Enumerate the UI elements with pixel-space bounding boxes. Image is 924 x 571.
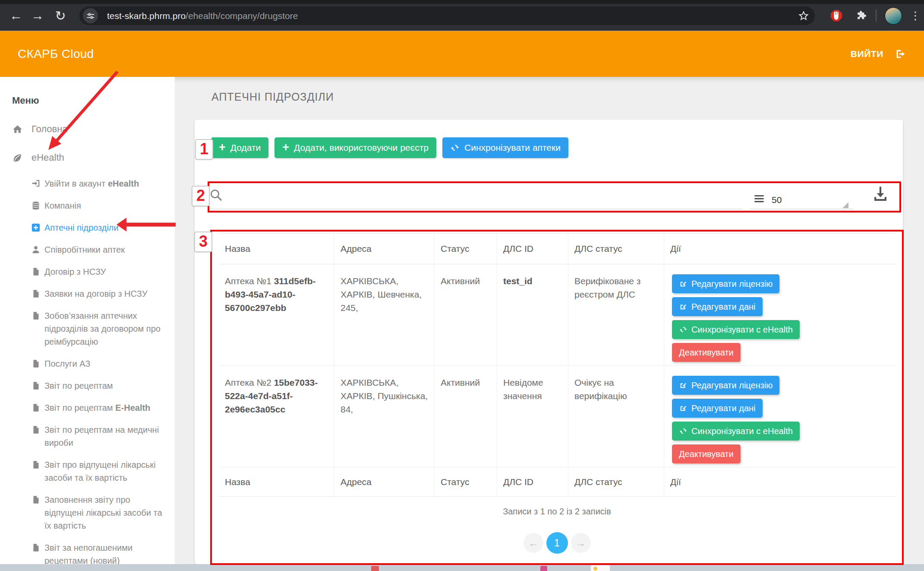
site-settings-icon[interactable] bbox=[83, 8, 98, 23]
main-content: АПТЕЧНІ ПІДРОЗДІЛИ + Додати + Додати, ви… bbox=[175, 77, 924, 564]
url-text: test-skarb.phrm.pro/ehealth/company/drug… bbox=[107, 6, 298, 25]
column-header-name: Назва bbox=[219, 234, 334, 264]
document-icon bbox=[31, 495, 41, 504]
document-icon bbox=[31, 381, 41, 390]
footer-column-address: Адреса bbox=[334, 467, 434, 496]
document-icon bbox=[31, 289, 41, 298]
browser-reload-icon[interactable]: ↻ bbox=[51, 6, 70, 25]
taskbar-sliver bbox=[0, 564, 924, 571]
sidebar-item-pharmacy-divisions[interactable]: Аптечні підрозділи bbox=[31, 221, 169, 234]
sync-ehealth-button[interactable]: Синхронізувати с eHealth bbox=[672, 320, 800, 339]
footer-column-actions: Дії bbox=[664, 467, 895, 496]
browser-forward-icon[interactable]: → bbox=[28, 6, 47, 25]
sidebar-item-prescription-report[interactable]: Звіт по рецептам bbox=[31, 379, 169, 392]
edit-icon bbox=[679, 404, 687, 412]
records-summary: Записи з 1 по 2 із 2 записів bbox=[219, 507, 895, 517]
table-row: Аптека №2 15be7033-522a-4e7d-a51f-2e96ec… bbox=[219, 366, 895, 467]
url-path: /ehealth/company/drugstore bbox=[186, 11, 298, 21]
sidebar-item-dispensed-drugs-report[interactable]: Звіт про відпущені лікарські засоби та ї… bbox=[31, 458, 169, 484]
select-corner-icon bbox=[842, 202, 848, 208]
sidebar-item-ehealth-login[interactable]: Увійти в акаунт eHealth bbox=[31, 177, 169, 190]
taskbar-icon bbox=[371, 566, 379, 571]
document-icon bbox=[31, 543, 41, 552]
plus-square-icon bbox=[31, 223, 41, 232]
sidebar-item-az-services[interactable]: Послуги АЗ bbox=[31, 357, 169, 370]
extensions-icon[interactable] bbox=[854, 6, 869, 25]
table-header-row: Назва Адреса Статус ДЛС ID ДЛС статус Ді… bbox=[219, 233, 895, 264]
sidebar-item-medical-devices-report[interactable]: Звіт по рецептам на медичні вироби bbox=[31, 423, 169, 449]
cell-address: ХАРКІВСЬКА, ХАРКІВ, Шевченка, 245, bbox=[334, 264, 434, 365]
sidebar-item-label: Головна bbox=[32, 124, 68, 135]
page-title: АПТЕЧНІ ПІДРОЗДІЛИ bbox=[211, 91, 334, 103]
sync-pharmacies-button[interactable]: Синхронізувати аптеки bbox=[442, 137, 568, 158]
page-size-select[interactable]: 50 bbox=[772, 195, 782, 205]
add-from-registry-button[interactable]: + Додати, використовуючи реєстр bbox=[274, 137, 436, 158]
column-header-dls-id: ДЛС ID bbox=[497, 234, 568, 264]
deactivate-button[interactable]: Деактивувати bbox=[672, 343, 741, 362]
document-icon bbox=[31, 460, 41, 469]
bookmark-star-icon[interactable] bbox=[798, 10, 810, 22]
edit-icon bbox=[679, 381, 687, 390]
document-icon bbox=[31, 425, 41, 435]
address-bar[interactable]: test-skarb.phrm.pro/ehealth/company/drug… bbox=[79, 6, 815, 25]
column-header-dls-status: ДЛС статус bbox=[568, 234, 664, 264]
sidebar-menu-title: Меню bbox=[12, 95, 169, 106]
search-underline bbox=[209, 209, 743, 209]
sidebar-item-home[interactable]: Головна bbox=[12, 124, 169, 135]
sidebar-item-label: eHealth bbox=[32, 152, 64, 163]
search-input[interactable] bbox=[227, 186, 738, 207]
sidebar-item-reimbursement-obligations[interactable]: Зобов’язання аптечних підрозділів за дог… bbox=[31, 309, 169, 348]
content-card: + Додати + Додати, використовуючи реєстр… bbox=[195, 120, 903, 564]
browser-menu-icon[interactable]: ⋮ bbox=[908, 6, 923, 25]
leaf-icon bbox=[12, 152, 23, 163]
deactivate-button[interactable]: Деактивувати bbox=[672, 444, 741, 463]
download-icon[interactable] bbox=[871, 184, 889, 203]
browser-tab-strip bbox=[0, 0, 924, 4]
pagination-page-1-button[interactable]: 1 bbox=[546, 532, 568, 554]
edit-data-button[interactable]: Редагувати дані bbox=[672, 297, 763, 316]
adblock-extension-icon[interactable] bbox=[829, 6, 844, 25]
pagination: ← 1 → bbox=[219, 532, 895, 554]
sidebar-item-dispensed-drugs-report-fill[interactable]: Заповнення звіту про відпущені лікарські… bbox=[31, 493, 169, 532]
edit-icon bbox=[679, 302, 687, 311]
sidebar-item-prescription-report-ehealth[interactable]: Звіт по рецептам E-Health bbox=[31, 401, 169, 414]
list-icon bbox=[754, 193, 765, 204]
sidebar-item-nszu-contract[interactable]: Договір з НСЗУ bbox=[31, 265, 169, 278]
sync-ehealth-button[interactable]: Синхронізувати с eHealth bbox=[672, 422, 800, 441]
sidebar-submenu: Увійти в акаунт eHealth Компанія Аптечні… bbox=[12, 177, 169, 564]
footer-column-status: Статус bbox=[434, 467, 497, 496]
pagination-next-button[interactable]: → bbox=[571, 533, 591, 553]
sidebar: Меню Головна eHealth Увійти в акаунт eHe… bbox=[0, 77, 175, 564]
pharmacy-table: Назва Адреса Статус ДЛС ID ДЛС статус Ді… bbox=[219, 233, 895, 497]
table-row: Аптека №1 311d5efb-b493-45a7-ad10-56700c… bbox=[219, 264, 895, 366]
toolbar-divider bbox=[876, 10, 877, 22]
logout-label: ВИЙТИ bbox=[851, 49, 883, 59]
sync-icon bbox=[679, 427, 687, 435]
sidebar-item-nszu-contract-requests[interactable]: Заявки на договір з НСЗУ bbox=[31, 287, 169, 300]
footer-column-dls-id: ДЛС ID bbox=[497, 467, 568, 496]
cell-actions: Редагувати ліцензію Редагувати дані Синх… bbox=[664, 366, 895, 467]
sidebar-item-unredeemed-prescriptions-report[interactable]: Звіт за непогашеними рецептами (новий) bbox=[31, 541, 169, 564]
browser-toolbar: ← → ↻ test-skarb.phrm.pro/ehealth/compan… bbox=[0, 0, 924, 31]
pagination-prev-button[interactable]: ← bbox=[523, 533, 543, 553]
url-host: test-skarb.phrm.pro bbox=[107, 11, 186, 21]
browser-back-icon[interactable]: ← bbox=[6, 6, 25, 25]
logout-button[interactable]: ВИЙТИ bbox=[851, 31, 907, 77]
column-header-address: Адреса bbox=[334, 234, 434, 264]
edit-data-button[interactable]: Редагувати дані bbox=[672, 399, 763, 418]
sync-icon bbox=[450, 143, 460, 152]
app-brand: СКАРБ Cloud bbox=[18, 31, 94, 77]
sidebar-item-company[interactable]: Компанія bbox=[31, 199, 169, 212]
add-button[interactable]: + Додати bbox=[211, 137, 268, 158]
browser-profile-avatar[interactable] bbox=[885, 7, 902, 25]
edit-license-button[interactable]: Редагувати ліцензію bbox=[672, 376, 779, 395]
column-header-actions: Дії bbox=[664, 234, 895, 264]
action-buttons: + Додати + Додати, використовуючи реєстр… bbox=[211, 137, 568, 158]
cell-dls-id: Невідоме значення bbox=[497, 366, 568, 467]
database-icon bbox=[31, 201, 41, 210]
sidebar-item-pharmacy-staff[interactable]: Співробітники аптек bbox=[31, 243, 169, 256]
page-size-underline bbox=[750, 209, 854, 209]
edit-license-button[interactable]: Редагувати ліцензію bbox=[672, 274, 779, 293]
cell-name: Аптека №2 15be7033-522a-4e7d-a51f-2e96ec… bbox=[219, 366, 334, 467]
sidebar-item-ehealth[interactable]: eHealth bbox=[12, 152, 169, 163]
